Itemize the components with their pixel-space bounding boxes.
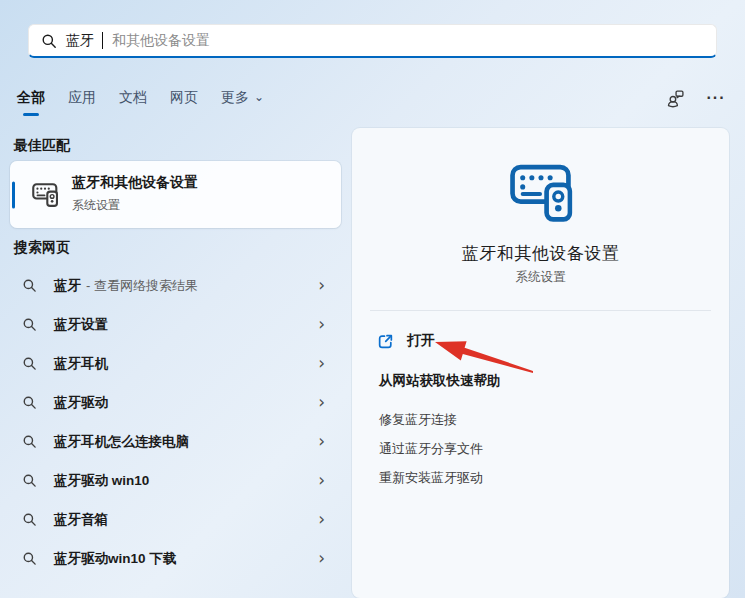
web-search-result[interactable]: 蓝牙耳机 › — [10, 344, 341, 383]
search-input[interactable]: 蓝牙 和其他设备设置 — [28, 24, 717, 58]
search-icon — [22, 395, 37, 410]
search-icon — [22, 434, 37, 449]
web-search-result[interactable]: 蓝牙驱动win10 下载 › — [10, 539, 341, 578]
account-button[interactable] — [663, 86, 687, 110]
tab-label: 文档 — [119, 89, 147, 105]
devices-icon — [32, 183, 58, 207]
search-icon — [22, 551, 37, 566]
devices-icon — [509, 164, 572, 222]
chevron-right-icon: › — [318, 277, 325, 294]
best-match-title: 蓝牙和其他设备设置 — [72, 174, 198, 192]
chevron-right-icon: › — [318, 511, 325, 528]
chevron-down-icon: ⌄ — [254, 90, 264, 104]
result-query: 蓝牙设置 — [54, 316, 108, 334]
divider — [370, 310, 711, 311]
web-search-result[interactable]: 蓝牙音箱 › — [10, 500, 341, 539]
preview-action-link[interactable]: 修复蓝牙连接 — [379, 411, 483, 429]
search-icon — [22, 317, 37, 332]
open-button[interactable]: 打开 — [377, 326, 435, 356]
preview-pane: 蓝牙和其他设备设置 系统设置 打开 从网站获取快速帮助 修复蓝牙连接通过蓝牙分享… — [352, 128, 729, 598]
result-query: 蓝牙驱动 win10 — [54, 472, 149, 490]
web-search-result[interactable]: 蓝牙驱动 win10 › — [10, 461, 341, 500]
chevron-right-icon: › — [318, 394, 325, 411]
best-match-result[interactable]: 蓝牙和其他设备设置 系统设置 — [10, 161, 341, 228]
search-suggestion-text: 和其他设备设置 — [112, 32, 210, 50]
tab-label: 应用 — [68, 89, 96, 105]
search-icon — [22, 278, 37, 293]
best-match-subtitle: 系统设置 — [72, 197, 120, 214]
search-filter-tab[interactable]: 应用⌄ — [68, 89, 96, 107]
result-query: 蓝牙驱动win10 下载 — [54, 550, 176, 568]
help-section-header: 从网站获取快速帮助 — [379, 372, 501, 390]
ellipsis-icon: ··· — [707, 93, 726, 103]
search-filter-tabs: 全部⌄应用⌄文档⌄网页⌄更多⌄ ··· — [17, 84, 728, 112]
preview-action-link[interactable]: 通过蓝牙分享文件 — [379, 440, 483, 458]
web-search-header: 搜索网页 — [14, 239, 70, 257]
windows-search-flyout: 蓝牙 和其他设备设置 全部⌄应用⌄文档⌄网页⌄更多⌄ ··· — [0, 0, 745, 598]
result-annotation: - 查看网络搜索结果 — [86, 277, 198, 295]
preview-title: 蓝牙和其他设备设置 — [352, 242, 729, 265]
web-search-result[interactable]: 蓝牙驱动 › — [10, 383, 341, 422]
chevron-right-icon: › — [318, 316, 325, 333]
search-icon — [22, 473, 37, 488]
best-match-header: 最佳匹配 — [14, 137, 70, 155]
preview-action-link[interactable]: 重新安装蓝牙驱动 — [379, 469, 483, 487]
text-cursor — [102, 32, 103, 49]
search-filter-tab[interactable]: 网页⌄ — [170, 89, 198, 107]
chevron-right-icon: › — [318, 355, 325, 372]
open-external-icon — [377, 333, 394, 350]
result-query: 蓝牙耳机怎么连接电脑 — [54, 433, 189, 451]
chevron-right-icon: › — [318, 472, 325, 489]
result-query: 蓝牙驱动 — [54, 394, 108, 412]
tab-label: 更多 — [221, 89, 249, 105]
result-query: 蓝牙 — [54, 277, 81, 295]
search-typed-text: 蓝牙 — [66, 32, 94, 50]
result-query: 蓝牙耳机 — [54, 355, 108, 373]
web-search-result[interactable]: 蓝牙耳机怎么连接电脑 › — [10, 422, 341, 461]
tab-label: 网页 — [170, 89, 198, 105]
chevron-right-icon: › — [318, 433, 325, 450]
web-search-result[interactable]: 蓝牙设置 › — [10, 305, 341, 344]
preview-links: 修复蓝牙连接通过蓝牙分享文件重新安装蓝牙驱动 — [379, 411, 483, 498]
tab-label: 全部 — [17, 89, 45, 105]
search-icon — [22, 356, 37, 371]
selection-indicator — [12, 181, 15, 208]
web-search-result[interactable]: 蓝牙 - 查看网络搜索结果 › — [10, 266, 341, 305]
search-icon — [41, 33, 57, 49]
preview-subtitle: 系统设置 — [352, 269, 729, 286]
open-button-label: 打开 — [407, 332, 435, 350]
result-query: 蓝牙音箱 — [54, 511, 108, 529]
search-icon — [22, 512, 37, 527]
search-filter-tab[interactable]: 全部⌄ — [17, 89, 45, 107]
web-search-list: 蓝牙 - 查看网络搜索结果 › 蓝牙设置 › 蓝牙耳机 — [10, 266, 341, 578]
chevron-right-icon: › — [318, 550, 325, 567]
account-icon — [666, 89, 685, 108]
search-filter-tab[interactable]: 更多⌄ — [221, 89, 264, 107]
more-options-button[interactable]: ··· — [704, 86, 728, 110]
search-filter-tab[interactable]: 文档⌄ — [119, 89, 147, 107]
